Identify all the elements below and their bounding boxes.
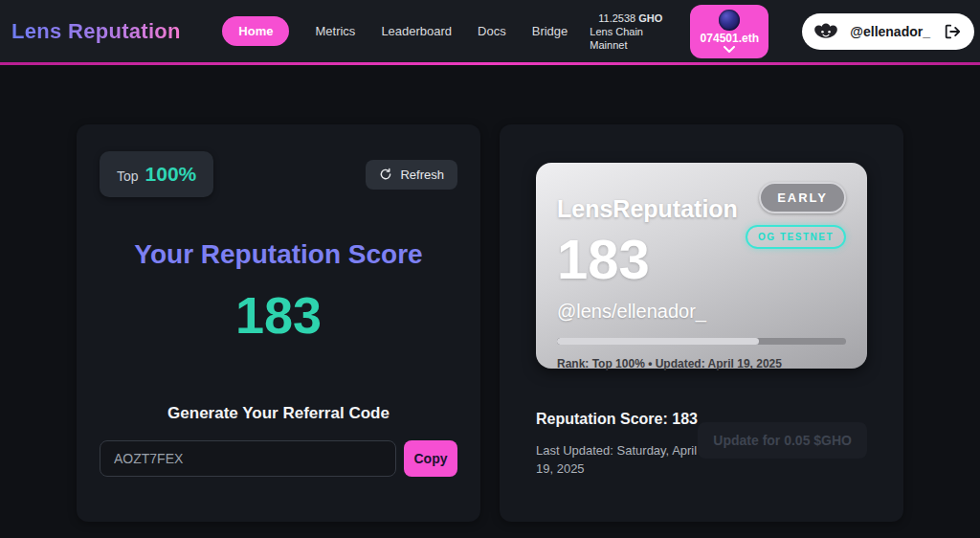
card-brand: LensReputation <box>557 195 738 223</box>
score-value: 183 <box>100 285 457 345</box>
rank-badge: Top 100% <box>100 151 213 197</box>
profile-card-panel: LensReputation EARLY OG TESTNET 183 @len… <box>500 124 903 522</box>
account-handle: @ellenador_ <box>850 24 930 39</box>
refresh-label: Refresh <box>400 168 444 182</box>
nav-metrics[interactable]: Metrics <box>315 24 355 38</box>
wallet-button[interactable]: 074501.eth <box>690 5 768 58</box>
card-meta: Rank: Top 100% • Updated: April 19, 2025 <box>557 357 846 370</box>
update-score-button[interactable]: Update for 0.05 $GHO <box>698 422 867 459</box>
reputation-score-line: Reputation Score: 183 <box>536 411 698 428</box>
nav-leaderboard[interactable]: Leaderboard <box>381 24 452 38</box>
referral-title: Generate Your Referral Code <box>100 404 457 423</box>
og-testnet-badge: OG TESTNET <box>746 225 846 249</box>
nav-bridge[interactable]: Bridge <box>532 24 568 38</box>
refresh-icon <box>379 168 392 181</box>
progress-track <box>557 338 846 345</box>
wallet-name: 074501.eth <box>701 32 759 45</box>
referral-code-input[interactable] <box>100 440 396 477</box>
card-handle: @lens/ellenador_ <box>557 301 846 323</box>
lens-logo-icon <box>812 21 840 42</box>
score-title: Your Reputation Score <box>100 239 457 270</box>
balance-amount: 11.2538 GHO <box>590 11 662 25</box>
refresh-button[interactable]: Refresh <box>366 160 457 190</box>
app-logo[interactable]: Lens Reputation <box>11 19 181 44</box>
main-content: Top 100% Refresh Your Reputation Score 1… <box>77 124 903 522</box>
rank-label: Top <box>117 168 139 184</box>
wallet-balance: 11.2538 GHO Lens Chain Mainnet <box>590 11 662 52</box>
nav-docs[interactable]: Docs <box>478 24 506 38</box>
wallet-avatar <box>719 10 740 31</box>
reputation-score-card: Top 100% Refresh Your Reputation Score 1… <box>77 124 480 522</box>
chevron-down-icon <box>724 46 735 53</box>
copy-button[interactable]: Copy <box>404 440 457 477</box>
rank-value: 100% <box>145 163 197 186</box>
progress-fill <box>557 338 759 345</box>
last-updated-text: Last Updated: Saturday, April 19, 2025 <box>536 441 698 478</box>
nav-home[interactable]: Home <box>222 16 289 46</box>
early-badge: EARLY <box>759 182 846 213</box>
network-name: Lens Chain Mainnet <box>590 25 662 52</box>
logout-icon[interactable] <box>944 23 961 40</box>
account-pill[interactable]: @ellenador_ <box>802 13 974 50</box>
reputation-badge-card: LensReputation EARLY OG TESTNET 183 @len… <box>536 163 867 369</box>
header: Lens Reputation Home Metrics Leaderboard… <box>0 0 980 65</box>
main-nav: Home Metrics Leaderboard Docs Bridge 11.… <box>222 5 974 58</box>
